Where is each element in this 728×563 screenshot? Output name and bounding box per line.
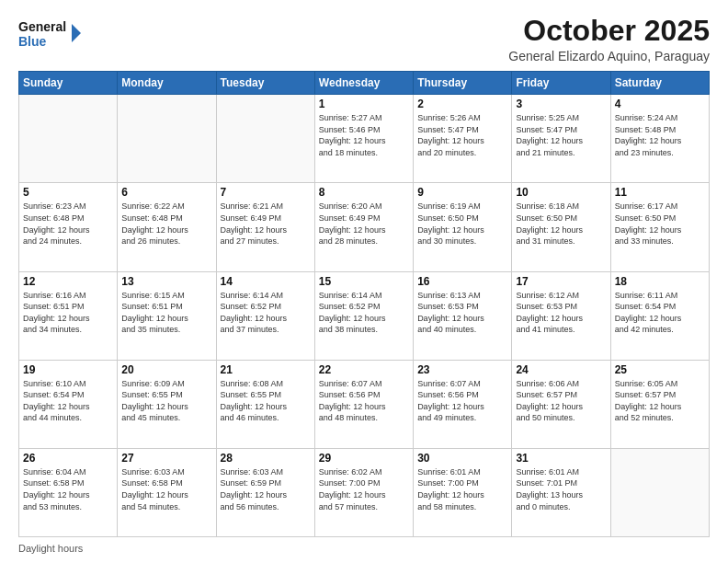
- calendar-table: SundayMondayTuesdayWednesdayThursdayFrid…: [18, 71, 710, 537]
- calendar-cell: 11Sunrise: 6:17 AM Sunset: 6:50 PM Dayli…: [610, 183, 709, 271]
- day-info: Sunrise: 6:02 AM Sunset: 7:00 PM Dayligh…: [319, 466, 409, 512]
- calendar-week-4: 19Sunrise: 6:10 AM Sunset: 6:54 PM Dayli…: [19, 360, 710, 448]
- calendar-header-row: SundayMondayTuesdayWednesdayThursdayFrid…: [19, 72, 710, 95]
- day-info: Sunrise: 6:14 AM Sunset: 6:52 PM Dayligh…: [221, 290, 311, 336]
- calendar-cell: 1Sunrise: 5:27 AM Sunset: 5:46 PM Daylig…: [314, 95, 413, 183]
- day-number: 7: [221, 186, 311, 199]
- day-number: 2: [417, 98, 507, 110]
- calendar-cell: [118, 95, 216, 183]
- day-number: 19: [23, 363, 113, 376]
- calendar-cell: 8Sunrise: 6:20 AM Sunset: 6:49 PM Daylig…: [314, 183, 413, 271]
- day-info: Sunrise: 6:14 AM Sunset: 6:52 PM Dayligh…: [319, 290, 409, 336]
- logo-svg: General Blue: [18, 15, 83, 55]
- title-block: October 2025 General Elizardo Aquino, Pa…: [508, 15, 710, 63]
- day-number: 11: [615, 186, 705, 199]
- calendar-cell: 3Sunrise: 5:25 AM Sunset: 5:47 PM Daylig…: [512, 95, 610, 183]
- day-number: 29: [319, 452, 409, 465]
- day-info: Sunrise: 6:10 AM Sunset: 6:54 PM Dayligh…: [23, 378, 113, 424]
- day-number: 18: [615, 275, 705, 288]
- day-info: Sunrise: 6:17 AM Sunset: 6:50 PM Dayligh…: [615, 201, 705, 247]
- day-info: Sunrise: 6:01 AM Sunset: 7:00 PM Dayligh…: [417, 466, 507, 512]
- day-info: Sunrise: 6:03 AM Sunset: 6:58 PM Dayligh…: [121, 466, 211, 512]
- month-title: October 2025: [508, 15, 710, 47]
- day-number: 28: [221, 452, 311, 465]
- day-header-saturday: Saturday: [610, 72, 709, 95]
- calendar-cell: 5Sunrise: 6:23 AM Sunset: 6:48 PM Daylig…: [19, 183, 118, 271]
- logo-general: General: [18, 19, 66, 34]
- day-info: Sunrise: 6:22 AM Sunset: 6:48 PM Dayligh…: [121, 201, 211, 247]
- logo-blue: Blue: [18, 34, 47, 49]
- day-number: 16: [417, 275, 507, 288]
- day-number: 13: [121, 275, 211, 288]
- day-number: 27: [121, 452, 211, 465]
- day-info: Sunrise: 6:05 AM Sunset: 6:57 PM Dayligh…: [615, 378, 705, 424]
- calendar-cell: 16Sunrise: 6:13 AM Sunset: 6:53 PM Dayli…: [414, 271, 512, 360]
- page: General Blue October 2025 General Elizar…: [0, 0, 728, 563]
- day-info: Sunrise: 6:04 AM Sunset: 6:58 PM Dayligh…: [23, 466, 113, 512]
- calendar-cell: 15Sunrise: 6:14 AM Sunset: 6:52 PM Dayli…: [314, 271, 413, 360]
- day-header-monday: Monday: [118, 72, 216, 95]
- calendar-cell: 18Sunrise: 6:11 AM Sunset: 6:54 PM Dayli…: [610, 271, 709, 360]
- day-info: Sunrise: 5:24 AM Sunset: 5:48 PM Dayligh…: [615, 112, 705, 158]
- day-info: Sunrise: 6:11 AM Sunset: 6:54 PM Dayligh…: [615, 290, 705, 336]
- day-info: Sunrise: 5:27 AM Sunset: 5:46 PM Dayligh…: [319, 112, 409, 158]
- day-number: 4: [615, 98, 705, 110]
- day-info: Sunrise: 6:03 AM Sunset: 6:59 PM Dayligh…: [221, 466, 311, 512]
- calendar-cell: 19Sunrise: 6:10 AM Sunset: 6:54 PM Dayli…: [19, 360, 118, 448]
- calendar-cell: 27Sunrise: 6:03 AM Sunset: 6:58 PM Dayli…: [118, 448, 216, 536]
- calendar-week-5: 26Sunrise: 6:04 AM Sunset: 6:58 PM Dayli…: [19, 448, 710, 536]
- calendar-cell: 28Sunrise: 6:03 AM Sunset: 6:59 PM Dayli…: [216, 448, 314, 536]
- day-info: Sunrise: 6:06 AM Sunset: 6:57 PM Dayligh…: [516, 378, 606, 424]
- calendar-cell: 29Sunrise: 6:02 AM Sunset: 7:00 PM Dayli…: [314, 448, 413, 536]
- calendar-cell: [610, 448, 709, 536]
- day-number: 17: [516, 275, 606, 288]
- calendar-cell: 2Sunrise: 5:26 AM Sunset: 5:47 PM Daylig…: [414, 95, 512, 183]
- day-info: Sunrise: 6:16 AM Sunset: 6:51 PM Dayligh…: [23, 290, 113, 336]
- calendar-cell: 30Sunrise: 6:01 AM Sunset: 7:00 PM Dayli…: [414, 448, 512, 536]
- calendar-cell: 24Sunrise: 6:06 AM Sunset: 6:57 PM Dayli…: [512, 360, 610, 448]
- day-header-tuesday: Tuesday: [216, 72, 314, 95]
- day-info: Sunrise: 6:15 AM Sunset: 6:51 PM Dayligh…: [121, 290, 211, 336]
- calendar-cell: 9Sunrise: 6:19 AM Sunset: 6:50 PM Daylig…: [414, 183, 512, 271]
- day-number: 5: [23, 186, 113, 199]
- day-header-sunday: Sunday: [19, 72, 118, 95]
- logo: General Blue: [18, 15, 83, 55]
- logo-arrow-icon: [72, 24, 81, 42]
- day-info: Sunrise: 6:07 AM Sunset: 6:56 PM Dayligh…: [319, 378, 409, 424]
- calendar-cell: 25Sunrise: 6:05 AM Sunset: 6:57 PM Dayli…: [610, 360, 709, 448]
- calendar-cell: 6Sunrise: 6:22 AM Sunset: 6:48 PM Daylig…: [118, 183, 216, 271]
- day-number: 10: [516, 186, 606, 199]
- calendar-week-3: 12Sunrise: 6:16 AM Sunset: 6:51 PM Dayli…: [19, 271, 710, 360]
- day-number: 8: [319, 186, 409, 199]
- day-info: Sunrise: 6:12 AM Sunset: 6:53 PM Dayligh…: [516, 290, 606, 336]
- footer-text: Daylight hours: [18, 543, 83, 554]
- day-number: 15: [319, 275, 409, 288]
- calendar-cell: 23Sunrise: 6:07 AM Sunset: 6:56 PM Dayli…: [414, 360, 512, 448]
- calendar-cell: 21Sunrise: 6:08 AM Sunset: 6:55 PM Dayli…: [216, 360, 314, 448]
- calendar-cell: 12Sunrise: 6:16 AM Sunset: 6:51 PM Dayli…: [19, 271, 118, 360]
- calendar-cell: 4Sunrise: 5:24 AM Sunset: 5:48 PM Daylig…: [610, 95, 709, 183]
- day-number: 30: [417, 452, 507, 465]
- day-number: 23: [417, 363, 507, 376]
- day-number: 14: [221, 275, 311, 288]
- day-info: Sunrise: 6:19 AM Sunset: 6:50 PM Dayligh…: [417, 201, 507, 247]
- day-info: Sunrise: 6:21 AM Sunset: 6:49 PM Dayligh…: [221, 201, 311, 247]
- day-number: 6: [121, 186, 211, 199]
- calendar-cell: 20Sunrise: 6:09 AM Sunset: 6:55 PM Dayli…: [118, 360, 216, 448]
- day-number: 22: [319, 363, 409, 376]
- day-number: 31: [516, 452, 606, 465]
- day-info: Sunrise: 6:08 AM Sunset: 6:55 PM Dayligh…: [221, 378, 311, 424]
- calendar-cell: 14Sunrise: 6:14 AM Sunset: 6:52 PM Dayli…: [216, 271, 314, 360]
- day-number: 20: [121, 363, 211, 376]
- day-number: 3: [516, 98, 606, 110]
- day-info: Sunrise: 6:13 AM Sunset: 6:53 PM Dayligh…: [417, 290, 507, 336]
- footer: Daylight hours: [18, 543, 710, 554]
- day-number: 24: [516, 363, 606, 376]
- day-header-friday: Friday: [512, 72, 610, 95]
- day-number: 21: [221, 363, 311, 376]
- calendar-week-1: 1Sunrise: 5:27 AM Sunset: 5:46 PM Daylig…: [19, 95, 710, 183]
- calendar-cell: 13Sunrise: 6:15 AM Sunset: 6:51 PM Dayli…: [118, 271, 216, 360]
- day-number: 1: [319, 98, 409, 110]
- header: General Blue October 2025 General Elizar…: [18, 15, 710, 63]
- day-header-thursday: Thursday: [414, 72, 512, 95]
